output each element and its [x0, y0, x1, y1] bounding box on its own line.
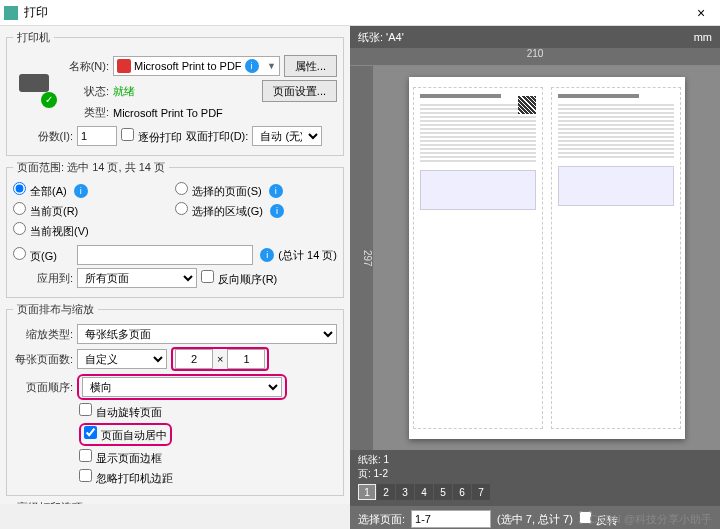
paper-count: 纸张: 1: [358, 453, 712, 467]
status-label: 状态:: [59, 84, 109, 99]
select-total: (选中 7, 总计 7): [497, 512, 573, 527]
radio-current[interactable]: 当前页(R): [13, 202, 78, 219]
duplex-select[interactable]: 自动 (无): [252, 126, 322, 146]
pages-input[interactable]: [77, 245, 253, 265]
window-title: 打印: [24, 4, 686, 21]
type-label: 类型:: [59, 105, 109, 120]
page-span: 页: 1-2: [358, 467, 712, 481]
status-value: 就绪: [113, 84, 135, 99]
apply-to-label: 应用到:: [13, 271, 73, 286]
printer-legend: 打印机: [13, 30, 54, 45]
page-setup-button[interactable]: 页面设置...: [262, 80, 337, 102]
per-sheet-select[interactable]: 自定义: [77, 349, 167, 369]
properties-button[interactable]: 属性...: [284, 55, 337, 77]
page-nav-6[interactable]: 6: [453, 484, 471, 500]
rows-input[interactable]: [227, 349, 265, 369]
page-nav-4[interactable]: 4: [415, 484, 433, 500]
paper-label: 纸张: 'A4': [358, 30, 404, 45]
printer-name-label: 名称(N):: [59, 59, 109, 74]
ignore-margin-checkbox[interactable]: 忽略打印机边距: [79, 469, 173, 486]
chevron-down-icon: ▼: [267, 61, 276, 71]
printer-select[interactable]: Microsoft Print to PDF i ▼: [113, 56, 280, 76]
printer-icon: [13, 70, 55, 106]
ruler-height: 297: [362, 250, 373, 267]
radio-selected-pages[interactable]: 选择的页面(S): [175, 182, 262, 199]
info-icon[interactable]: i: [270, 204, 284, 218]
page-nav: 1 2 3 4 5 6 7: [358, 484, 712, 500]
info-icon[interactable]: i: [245, 59, 259, 73]
per-sheet-label: 每张页面数:: [13, 352, 73, 367]
page-nav-7[interactable]: 7: [472, 484, 490, 500]
zoom-type-label: 缩放类型:: [13, 327, 73, 342]
select-page-input[interactable]: [411, 510, 491, 528]
auto-center-checkbox[interactable]: 页面自动居中: [84, 426, 167, 443]
radio-current-view[interactable]: 当前视图(V): [13, 222, 89, 239]
collate-checkbox[interactable]: 逐份打印: [121, 128, 182, 145]
center-highlight: 页面自动居中: [79, 423, 172, 446]
range-legend: 页面范围: 选中 14 页, 共 14 页: [13, 160, 169, 175]
select-page-label: 选择页面:: [358, 512, 405, 527]
page-nav-1[interactable]: 1: [358, 484, 376, 500]
layout-legend: 页面排布与缩放: [13, 302, 98, 317]
pdf-icon: [117, 59, 131, 73]
page-nav-5[interactable]: 5: [434, 484, 452, 500]
page-preview: [409, 77, 685, 439]
show-border-checkbox[interactable]: 显示页面边框: [79, 449, 162, 466]
preview-area: [374, 66, 720, 450]
radio-select-area[interactable]: 选择的区域(G): [175, 202, 263, 219]
watermark: CSDN @科技分享小助手: [590, 512, 712, 527]
duplex-label: 双面打印(D):: [186, 129, 248, 144]
page-nav-2[interactable]: 2: [377, 484, 395, 500]
close-button[interactable]: ×: [686, 5, 716, 21]
auto-rotate-checkbox[interactable]: 自动旋转页面: [79, 403, 162, 420]
info-icon[interactable]: i: [269, 184, 283, 198]
zoom-type-select[interactable]: 每张纸多页面: [77, 324, 337, 344]
qr-icon: [518, 96, 536, 114]
info-icon[interactable]: i: [74, 184, 88, 198]
app-icon: [4, 6, 18, 20]
unit-label: mm: [694, 31, 712, 43]
ruler-width: 210: [527, 48, 544, 59]
order-select[interactable]: 横向: [82, 377, 282, 397]
radio-all[interactable]: 全部(A): [13, 182, 67, 199]
apply-to-select[interactable]: 所有页面: [77, 268, 197, 288]
advanced-legend: 高级打印选项: [13, 500, 87, 504]
order-highlight: 横向: [77, 374, 287, 400]
page-nav-3[interactable]: 3: [396, 484, 414, 500]
info-icon[interactable]: i: [260, 248, 274, 262]
cols-input[interactable]: [175, 349, 213, 369]
copies-label: 份数(I):: [13, 129, 73, 144]
type-value: Microsoft Print To PDF: [113, 107, 223, 119]
copies-input[interactable]: [77, 126, 117, 146]
total-pages: (总计 14 页): [278, 248, 337, 263]
reverse-order-checkbox[interactable]: 反向顺序(R): [201, 270, 277, 287]
order-label: 页面顺序:: [13, 380, 73, 395]
radio-pages[interactable]: 页(G): [13, 247, 73, 264]
grid-highlight: ×: [171, 347, 269, 371]
